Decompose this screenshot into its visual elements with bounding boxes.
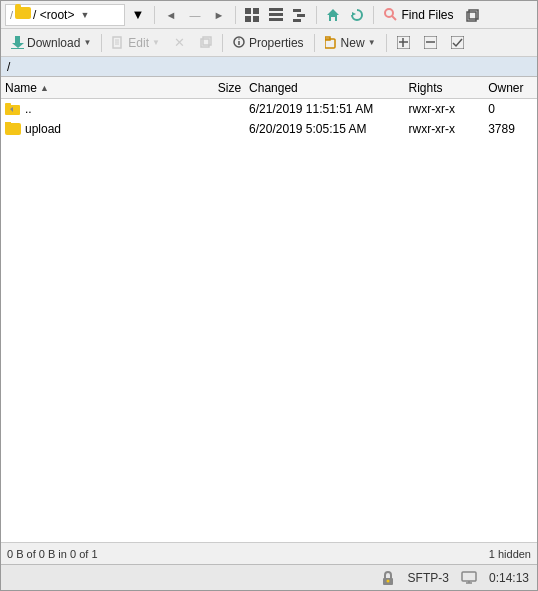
delete-button[interactable]: ✕ — [168, 32, 191, 54]
file-name-text: .. — [25, 102, 32, 116]
edit-label: Edit — [128, 36, 149, 50]
view-minus-button[interactable] — [418, 32, 443, 54]
connection-item: SFTP-3 — [408, 571, 449, 585]
new-button[interactable]: New ▼ — [319, 32, 382, 54]
path-bar: / — [1, 57, 537, 77]
svg-line-13 — [392, 16, 396, 20]
separator6 — [222, 34, 223, 52]
svg-rect-23 — [201, 39, 209, 47]
table-row[interactable]: upload 6/20/2019 5:05:15 AM rwxr-xr-x 37… — [1, 119, 537, 139]
separator8 — [386, 34, 387, 52]
folder-small-icon — [15, 7, 31, 22]
view-check-icon — [451, 36, 464, 49]
col-header-owner[interactable]: Owner — [484, 81, 537, 95]
status-left-text: 0 B of 0 B in 0 of 1 — [7, 548, 489, 560]
svg-rect-8 — [297, 14, 305, 17]
lock-icon — [380, 570, 396, 586]
file-owner: 3789 — [484, 122, 537, 136]
separator2 — [235, 6, 236, 24]
svg-rect-2 — [245, 16, 251, 22]
edit-dropdown-icon: ▼ — [152, 38, 160, 47]
new-folder-icon — [325, 36, 338, 49]
table-row[interactable]: .. 6/21/2019 11:51:51 AM rwxr-xr-x 0 — [1, 99, 537, 119]
breadcrumb-text: / <root> — [33, 8, 74, 22]
view-check-button[interactable] — [445, 32, 470, 54]
svg-rect-3 — [253, 16, 259, 22]
copy-button[interactable] — [461, 4, 483, 26]
svg-rect-16 — [15, 36, 20, 43]
connection-label: SFTP-3 — [408, 571, 449, 585]
nav-separator: — — [184, 4, 206, 26]
filter-button[interactable]: ▼ — [127, 4, 149, 26]
view-add-button[interactable] — [391, 32, 416, 54]
status-bar: 0 B of 0 B in 0 of 1 1 hidden — [1, 542, 537, 564]
svg-rect-40 — [462, 572, 476, 581]
refresh-button[interactable] — [346, 4, 368, 26]
find-files-button[interactable]: Find Files — [379, 4, 459, 26]
breadcrumb-dropdown-icon[interactable]: ▼ — [80, 10, 89, 20]
lock-item — [380, 570, 396, 586]
file-name: .. — [1, 101, 195, 117]
slash-icon: / — [10, 9, 13, 21]
new-dropdown-icon: ▼ — [368, 38, 376, 47]
toolbar-actions: Download ▼ Edit ▼ ✕ Properties New ▼ — [1, 29, 537, 57]
col-rights-label: Rights — [408, 81, 442, 95]
separator1 — [154, 6, 155, 24]
monitor-item — [461, 570, 477, 586]
svg-rect-18 — [11, 48, 24, 49]
download-dropdown-icon: ▼ — [83, 38, 91, 47]
properties-button[interactable]: Properties — [227, 32, 310, 54]
file-rights: rwxr-xr-x — [404, 122, 484, 136]
svg-rect-4 — [269, 8, 283, 11]
col-header-size[interactable]: Size — [195, 81, 245, 95]
time-item: 0:14:13 — [489, 571, 529, 585]
nav-forward-button[interactable]: ► — [208, 4, 230, 26]
view-grid-button[interactable] — [241, 4, 263, 26]
download-icon — [11, 36, 24, 49]
separator5 — [101, 34, 102, 52]
edit-icon — [112, 36, 125, 49]
col-header-name[interactable]: Name ▲ — [1, 81, 195, 95]
col-owner-label: Owner — [488, 81, 523, 95]
file-name-text: upload — [25, 122, 61, 136]
svg-marker-11 — [352, 12, 356, 16]
file-owner: 0 — [484, 102, 537, 116]
refresh-icon — [350, 8, 364, 22]
svg-rect-24 — [203, 37, 211, 45]
grid-icon — [245, 8, 259, 22]
edit-button[interactable]: Edit ▼ — [106, 32, 166, 54]
copy-action-button[interactable] — [193, 32, 218, 54]
file-rights: rwxr-xr-x — [404, 102, 484, 116]
copy-action-icon — [199, 36, 212, 49]
col-size-label: Size — [218, 81, 241, 95]
home-button[interactable] — [322, 4, 344, 26]
monitor-icon — [461, 570, 477, 586]
download-button[interactable]: Download ▼ — [5, 32, 97, 54]
nav-back-button[interactable]: ◄ — [160, 4, 182, 26]
svg-rect-6 — [269, 18, 283, 21]
file-list: .. 6/21/2019 11:51:51 AM rwxr-xr-x 0 upl… — [1, 99, 537, 542]
copy-icon — [465, 8, 479, 22]
svg-rect-9 — [293, 19, 301, 22]
folder-icon — [5, 123, 21, 135]
breadcrumb-path[interactable]: / / <root> ▼ — [5, 4, 125, 26]
svg-rect-1 — [253, 8, 259, 14]
col-name-label: Name — [5, 81, 37, 95]
view-list-button[interactable] — [265, 4, 287, 26]
col-header-rights[interactable]: Rights — [404, 81, 484, 95]
file-changed: 6/21/2019 11:51:51 AM — [245, 102, 404, 116]
find-files-label: Find Files — [401, 8, 453, 22]
sort-indicator: ▲ — [40, 83, 49, 93]
delete-icon: ✕ — [174, 35, 185, 50]
svg-marker-10 — [327, 9, 339, 21]
view-tree-button[interactable] — [289, 4, 311, 26]
new-label: New — [341, 36, 365, 50]
col-header-changed[interactable]: Changed — [245, 81, 404, 95]
search-icon — [384, 8, 397, 21]
view-add-icon — [397, 36, 410, 49]
separator4 — [373, 6, 374, 24]
separator3 — [316, 6, 317, 24]
svg-rect-0 — [245, 8, 251, 14]
svg-marker-17 — [12, 43, 24, 48]
col-changed-label: Changed — [249, 81, 298, 95]
